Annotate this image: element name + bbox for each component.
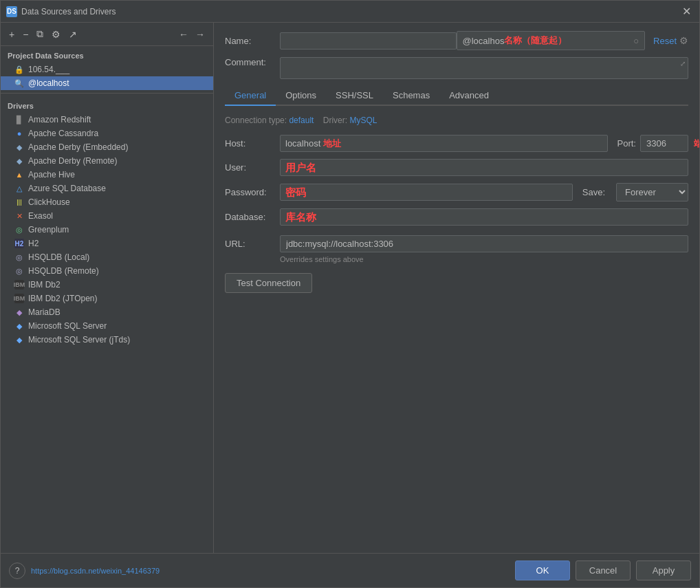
driver-label: Microsoft SQL Server (jTds) [28, 335, 130, 345]
driver-label: Greenplum [28, 225, 69, 235]
driver-azure-sql[interactable]: △ Azure SQL Database [1, 182, 213, 195]
cancel-button[interactable]: Cancel [576, 560, 631, 580]
hive-icon: ▲ [14, 170, 24, 179]
tab-general[interactable]: General [225, 86, 276, 106]
port-input[interactable] [640, 135, 688, 152]
driver-apache-cassandra[interactable]: ● Apache Cassandra [1, 127, 213, 140]
name-row: Name: @localhos名称（随意起） ○ Reset ⚙ [225, 31, 688, 50]
datasource-localhost-item[interactable]: 🔍 @localhost [1, 76, 213, 90]
reset-link[interactable]: Reset [653, 36, 677, 46]
name-input[interactable] [280, 32, 457, 50]
bottom-left: ? https://blog.csdn.net/weixin_44146379 [9, 563, 160, 579]
left-panel: + − ⧉ ⚙ ↗ ← → Project Data Sources 🔒 106… [1, 23, 214, 553]
password-input[interactable] [280, 184, 573, 201]
driver-apache-derby-remote[interactable]: ◆ Apache Derby (Remote) [1, 154, 213, 168]
user-input[interactable] [280, 159, 688, 176]
ok-button[interactable]: OK [515, 560, 570, 580]
settings-button[interactable]: ⚙ [49, 28, 63, 41]
url-row: URL: [225, 235, 688, 252]
driver-mssql[interactable]: ◆ Microsoft SQL Server [1, 319, 213, 333]
driver-label: HSQLDB (Local) [28, 252, 89, 262]
forward-button[interactable]: → [193, 28, 208, 41]
main-content: + − ⧉ ⚙ ↗ ← → Project Data Sources 🔒 106… [1, 23, 699, 553]
driver-ibm-db2-jtopen[interactable]: IBM IBM Db2 (JTOpen) [1, 292, 213, 305]
save-dropdown[interactable]: Forever Until restart Never [616, 183, 688, 202]
password-label: Password: [225, 187, 280, 197]
driver-clickhouse[interactable]: ||| ClickHouse [1, 195, 213, 209]
driver-amazon-redshift[interactable]: ▊ Amazon Redshift [1, 113, 213, 127]
test-connection-button[interactable]: Test Connection [225, 273, 312, 293]
ip-item-label: 106.54.___ [28, 65, 69, 74]
tab-schemas[interactable]: Schemas [383, 86, 439, 106]
remove-button[interactable]: − [20, 28, 31, 41]
name-input-wrapper [280, 32, 457, 50]
tabs-bar: General Options SSH/SSL Schemas Advanced [225, 86, 688, 106]
driver-label: ClickHouse [28, 197, 70, 207]
cassandra-icon: ● [14, 129, 24, 138]
nav-buttons: ← → [176, 28, 208, 41]
copy-button[interactable]: ⧉ [34, 27, 46, 41]
driver-mariadb[interactable]: ◆ MariaDB [1, 305, 213, 319]
localhost-icon: 🔍 [14, 78, 24, 88]
ibm-jtopen-icon: IBM [14, 294, 24, 303]
divider [1, 93, 213, 94]
export-button[interactable]: ↗ [66, 28, 80, 41]
expand-icon[interactable]: ⤢ [680, 60, 686, 67]
driver-hsqldb-local[interactable]: ◎ HSQLDB (Local) [1, 250, 213, 264]
name-menu-icon[interactable]: ⚙ [679, 35, 688, 46]
driver-greenplum[interactable]: ◎ Greenplum [1, 223, 213, 237]
comment-input[interactable] [280, 57, 688, 79]
tab-options[interactable]: Options [276, 86, 326, 106]
database-input-wrapper: 库名称 [280, 208, 688, 226]
drivers-section: Drivers ▊ Amazon Redshift ● Apache Cassa… [1, 96, 213, 553]
close-button[interactable]: ✕ [679, 5, 694, 18]
driver-label: Exasol [28, 211, 53, 221]
driver-hsqldb-remote[interactable]: ◎ HSQLDB (Remote) [1, 264, 213, 278]
url-label: URL: [225, 239, 280, 249]
bottom-right: OK Cancel Apply [515, 560, 691, 580]
right-panel: Name: @localhos名称（随意起） ○ Reset ⚙ Comment… [214, 23, 699, 553]
datasource-ip-item[interactable]: 🔒 106.54.___ [1, 63, 213, 76]
host-input[interactable] [280, 135, 608, 152]
driver-label: Apache Hive [28, 170, 75, 179]
redshift-icon: ▊ [14, 115, 24, 124]
driver-label: MariaDB [28, 307, 61, 317]
azure-icon: △ [14, 184, 24, 193]
driver-value[interactable]: MySQL [349, 116, 377, 125]
url-input[interactable] [280, 235, 688, 252]
database-row: Database: 库名称 [225, 208, 688, 226]
bottom-url: https://blog.csdn.net/weixin_44146379 [31, 567, 160, 575]
driver-ibm-db2[interactable]: IBM IBM Db2 [1, 278, 213, 292]
derby-embedded-icon: ◆ [14, 142, 24, 152]
driver-label: Apache Derby (Remote) [28, 156, 117, 166]
apply-button[interactable]: Apply [636, 560, 691, 580]
port-annotation: 端口号 [694, 138, 699, 150]
h2-icon: H2 [14, 239, 24, 248]
driver-apache-derby-embedded[interactable]: ◆ Apache Derby (Embedded) [1, 140, 213, 154]
name-value-text: @localhos [463, 36, 505, 46]
driver-label: Apache Cassandra [28, 129, 98, 138]
driver-h2[interactable]: H2 H2 [1, 237, 213, 250]
user-label: User: [225, 162, 280, 173]
test-connection-wrapper: Test Connection [225, 273, 688, 293]
name-annotation: 名称（随意起） [504, 34, 567, 47]
app-icon: DS [6, 6, 17, 17]
add-button[interactable]: + [6, 28, 17, 41]
help-button[interactable]: ? [9, 563, 25, 579]
user-row: User: 用户名 [225, 159, 688, 176]
exasol-icon: ✕ [14, 211, 24, 221]
port-label: Port: [617, 138, 636, 149]
back-button[interactable]: ← [176, 28, 191, 41]
hsqldb-remote-icon: ◎ [14, 266, 24, 276]
driver-apache-hive[interactable]: ▲ Apache Hive [1, 168, 213, 182]
driver-mssql-jtds[interactable]: ◆ Microsoft SQL Server (jTds) [1, 333, 213, 347]
database-input[interactable] [280, 208, 688, 226]
tab-advanced[interactable]: Advanced [439, 86, 499, 106]
driver-exasol[interactable]: ✕ Exasol [1, 209, 213, 223]
user-input-wrapper: 用户名 [280, 159, 688, 176]
driver-label: IBM Db2 [28, 280, 61, 290]
tab-sshssl[interactable]: SSH/SSL [326, 86, 383, 106]
connection-type-value[interactable]: default [289, 116, 314, 125]
drivers-header: Drivers [1, 96, 213, 113]
ibm-db2-icon: IBM [14, 280, 24, 290]
